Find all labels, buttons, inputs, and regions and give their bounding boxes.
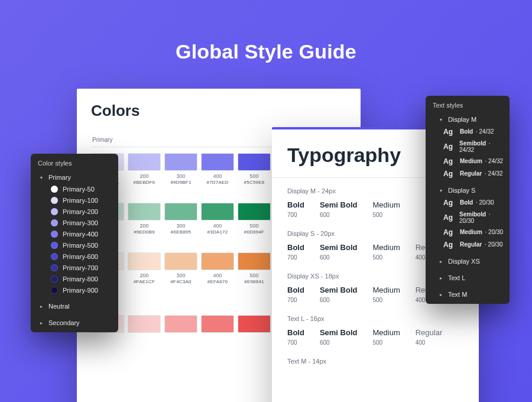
group-header[interactable]: Neutral bbox=[40, 300, 113, 312]
weight-value: 500 bbox=[372, 339, 400, 346]
text-style-item[interactable]: AgBold · 20/30 bbox=[435, 196, 505, 209]
color-style-label: Primary-800 bbox=[63, 275, 98, 283]
caret-icon bbox=[440, 117, 445, 122]
color-swatch[interactable] bbox=[128, 315, 161, 335]
group-name: Primary bbox=[48, 174, 71, 181]
swatch-hex: #9ED0B9 bbox=[128, 229, 161, 235]
weight-value: 700 bbox=[287, 339, 304, 346]
text-styles-panel: Text styles Display MAgBold · 24/32AgSem… bbox=[426, 96, 510, 304]
color-swatch[interactable]: 500#E98841 bbox=[238, 252, 271, 284]
color-swatch[interactable]: 200#9ED0B9 bbox=[128, 203, 161, 235]
group-header[interactable]: Display XS bbox=[435, 255, 505, 267]
weight-value: 600 bbox=[320, 339, 358, 346]
group-header[interactable]: Text L bbox=[435, 272, 505, 284]
swatch-chip bbox=[164, 315, 197, 333]
color-swatch[interactable] bbox=[238, 315, 271, 335]
text-group: Display SAgBold · 20/30AgSemibold · 20/3… bbox=[426, 183, 510, 254]
color-group: Neutral bbox=[31, 299, 118, 316]
caret-icon bbox=[40, 320, 45, 326]
color-style-item[interactable]: Primary-700 bbox=[40, 262, 113, 273]
group-name: Neutral bbox=[48, 303, 69, 310]
text-style-item[interactable]: AgBold · 24/32 bbox=[435, 125, 505, 138]
color-style-item[interactable]: Primary-300 bbox=[40, 217, 113, 228]
caret-icon bbox=[440, 188, 445, 193]
caret-icon bbox=[40, 304, 45, 309]
swatch-shade: 500 bbox=[238, 173, 271, 179]
swatch-chip bbox=[238, 203, 271, 221]
weight-col: Medium500 bbox=[372, 200, 400, 218]
weight-col: Medium500 bbox=[372, 328, 400, 346]
text-style-item[interactable]: AgSemibold · 24/32 bbox=[435, 138, 505, 155]
group-header[interactable]: Display M bbox=[435, 114, 505, 125]
group-header[interactable]: Text M bbox=[435, 288, 505, 300]
weight-col: Semi Bold600 bbox=[320, 328, 358, 346]
swatch-hex: #9D9BF1 bbox=[164, 180, 197, 185]
colors-heading: Colors bbox=[91, 102, 346, 120]
swatch-hex: #EFA670 bbox=[201, 279, 234, 284]
weight-col: Regular400 bbox=[416, 328, 443, 346]
color-swatch[interactable] bbox=[164, 315, 197, 335]
weight-value: 600 bbox=[320, 212, 358, 218]
swatch-hex: #3DA172 bbox=[201, 229, 234, 235]
weight-col: Semi Bold600 bbox=[320, 286, 358, 303]
weight-value: 500 bbox=[372, 254, 400, 261]
swatch-hex: #0D894F bbox=[238, 229, 271, 235]
color-style-item[interactable]: Primary-200 bbox=[40, 206, 113, 217]
color-style-item[interactable]: Primary-400 bbox=[40, 228, 113, 239]
typo-block-heading: Text M - 14px bbox=[287, 358, 463, 365]
color-swatch[interactable]: 300#6EB895 bbox=[164, 203, 197, 235]
color-style-item[interactable]: Primary-800 bbox=[40, 273, 113, 284]
swatch-chip bbox=[128, 252, 161, 270]
weight-name: Medium bbox=[372, 328, 400, 337]
text-style-item[interactable]: AgRegular · 20/30 bbox=[435, 238, 505, 251]
color-style-label: Primary-300 bbox=[63, 219, 98, 226]
color-style-item[interactable]: Primary-100 bbox=[40, 194, 113, 206]
swatch-shade: 400 bbox=[201, 173, 234, 179]
weight-col: Medium500 bbox=[372, 243, 400, 261]
color-swatch[interactable]: 300#9D9BF1 bbox=[164, 153, 197, 185]
swatch-hex: #E98841 bbox=[238, 279, 271, 284]
swatch-hex: #BEBDF6 bbox=[128, 180, 161, 185]
color-style-label: Primary-600 bbox=[63, 253, 98, 260]
swatch-chip bbox=[128, 315, 161, 333]
color-swatch[interactable]: 400#3DA172 bbox=[201, 203, 234, 235]
color-dot-icon bbox=[51, 231, 58, 238]
color-swatch[interactable]: 500#5C59E8 bbox=[238, 153, 271, 185]
color-swatch[interactable]: 200#BEBDF6 bbox=[128, 153, 161, 185]
text-group: Display MAgBold · 24/32AgSemibold · 24/3… bbox=[426, 112, 510, 183]
color-swatch[interactable]: 400#EFA670 bbox=[201, 252, 234, 284]
text-group: Display XS bbox=[426, 254, 510, 271]
group-header[interactable]: Display S bbox=[435, 184, 505, 196]
group-header[interactable]: Secondary bbox=[40, 317, 113, 329]
typo-block: Text M - 14px bbox=[272, 348, 479, 373]
text-style-item[interactable]: AgMedium · 24/32 bbox=[435, 155, 505, 167]
color-dot-icon bbox=[51, 197, 58, 204]
color-swatch[interactable] bbox=[201, 315, 234, 335]
swatch-shade: 300 bbox=[164, 223, 197, 229]
color-swatch[interactable]: 200#FAE1CF bbox=[128, 252, 161, 284]
text-style-item[interactable]: AgMedium · 20/30 bbox=[435, 226, 505, 238]
text-style-meta: Medium · 24/32 bbox=[460, 158, 503, 164]
color-style-item[interactable]: Primary-500 bbox=[40, 239, 113, 251]
color-swatch[interactable]: 400#7D7AED bbox=[201, 153, 234, 185]
typo-block: Text L - 16pxBold700Semi Bold600Medium50… bbox=[272, 306, 479, 348]
text-style-meta: Regular · 24/32 bbox=[460, 170, 503, 177]
swatch-chip bbox=[128, 203, 161, 221]
color-style-item[interactable]: Primary-900 bbox=[40, 284, 113, 296]
swatch-hex: #7D7AED bbox=[201, 180, 234, 185]
color-style-item[interactable]: Primary-600 bbox=[40, 251, 113, 262]
weight-value: 600 bbox=[320, 254, 358, 261]
weight-col: Semi Bold600 bbox=[320, 200, 358, 218]
color-style-label: Primary-400 bbox=[63, 231, 98, 238]
text-style-item[interactable]: AgRegular · 24/32 bbox=[435, 167, 505, 180]
weight-value: 500 bbox=[372, 212, 400, 218]
ag-icon: Ag bbox=[443, 157, 456, 166]
weight-name: Semi Bold bbox=[320, 200, 358, 209]
text-style-item[interactable]: AgSemibold · 20/30 bbox=[435, 209, 505, 226]
color-swatch[interactable]: 500#0D894F bbox=[238, 203, 271, 235]
color-swatch[interactable]: 300#F4C3A0 bbox=[164, 252, 197, 284]
group-header[interactable]: Primary bbox=[40, 171, 113, 183]
group-name: Display S bbox=[448, 187, 475, 194]
typo-block-heading: Text L - 16px bbox=[287, 315, 463, 322]
color-style-item[interactable]: Primary-50 bbox=[40, 183, 113, 194]
